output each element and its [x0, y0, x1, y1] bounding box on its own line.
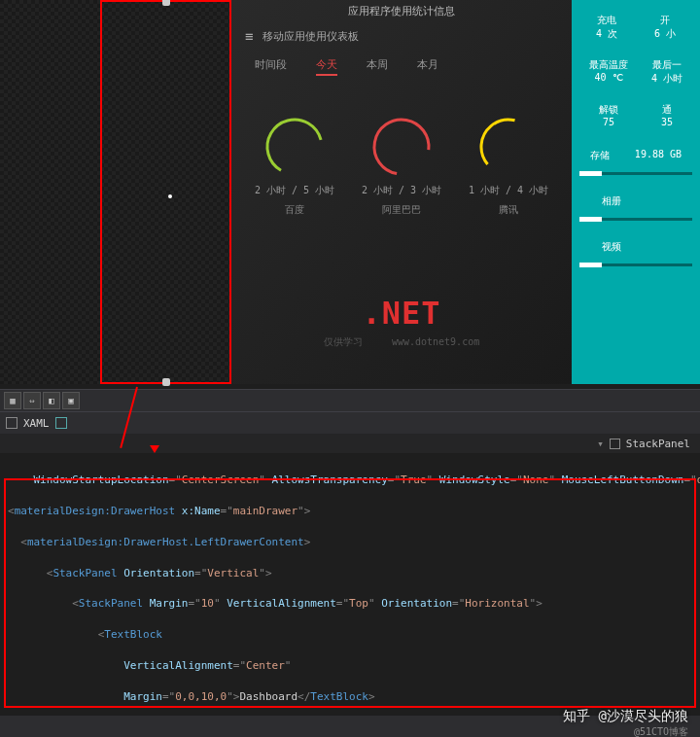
- tab-period[interactable]: 时间段: [255, 57, 287, 76]
- xaml-tab[interactable]: XAML: [23, 417, 50, 430]
- xaml-code-editor[interactable]: WindowStartupLocation="CenterScreen" All…: [0, 453, 700, 716]
- center-dot: [168, 194, 172, 198]
- designer-canvas: 应用程序使用统计信息 ≡ 移动应用使用仪表板 时间段 今天 本周 本月 2 小时…: [0, 0, 700, 389]
- ring-tencent: 1 小时 / 4 小时 腾讯: [469, 113, 548, 217]
- xaml-collapse-icon[interactable]: [6, 417, 18, 429]
- net-logo: .NET: [231, 295, 572, 332]
- breadcrumb-item[interactable]: StackPanel: [626, 438, 690, 450]
- breadcrumb-bar: ▾ StackPanel: [0, 434, 700, 453]
- hamburger-icon[interactable]: ≡: [245, 28, 253, 44]
- app-window-preview: 应用程序使用统计信息 ≡ 移动应用使用仪表板 时间段 今天 本周 本月 2 小时…: [231, 0, 572, 384]
- svg-point-0: [261, 113, 329, 181]
- stackpanel-icon[interactable]: [610, 439, 620, 449]
- designer-toolbar: ▦ ⇔ ◧ ▣: [0, 389, 700, 412]
- net-footer: 仅供学习 www.dotnet9.com: [231, 335, 572, 349]
- toolbar-grid-icon[interactable]: ▦: [4, 392, 21, 409]
- tab-week[interactable]: 本周: [367, 57, 388, 76]
- svg-point-2: [474, 113, 542, 181]
- canvas-margin: [0, 0, 100, 384]
- tab-month[interactable]: 本月: [417, 57, 438, 76]
- tab-today[interactable]: 今天: [316, 57, 337, 76]
- storage-bar: [579, 172, 692, 175]
- drawer-panel-preview[interactable]: [100, 0, 231, 384]
- toolbar-lock-icon[interactable]: ▣: [62, 392, 80, 409]
- xaml-tab-bar: XAML: [0, 412, 700, 434]
- svg-point-1: [370, 116, 434, 179]
- toolbar-zoom-icon[interactable]: ◧: [43, 392, 60, 409]
- dashboard-title: 移动应用使用仪表板: [262, 29, 359, 44]
- rings-row: 2 小时 / 5 小时 百度 2 小时 / 3 小时 阿里巴巴 1 小时 / 4…: [231, 84, 572, 227]
- annotation-arrow-tip: [150, 445, 159, 453]
- app-header: ≡ 移动应用使用仪表板: [231, 22, 572, 50]
- app-title: 应用程序使用统计信息: [231, 0, 572, 22]
- tabs-row: 时间段 今天 本周 本月: [231, 50, 572, 84]
- toolbar-split-icon[interactable]: ⇔: [23, 392, 41, 409]
- ring-baidu: 2 小时 / 5 小时 百度: [255, 113, 334, 217]
- ring-alibaba: 2 小时 / 3 小时 阿里巴巴: [362, 113, 441, 217]
- album-bar: [579, 218, 692, 221]
- video-bar: [579, 263, 692, 266]
- stats-panel: 充电4 次开6 小 最高温度40 ℃最后一4 小时 解锁75通35 存储19.8…: [572, 0, 700, 384]
- xaml-popout-icon[interactable]: [55, 417, 67, 429]
- watermark-secondary: @51CTO博客: [634, 725, 688, 737]
